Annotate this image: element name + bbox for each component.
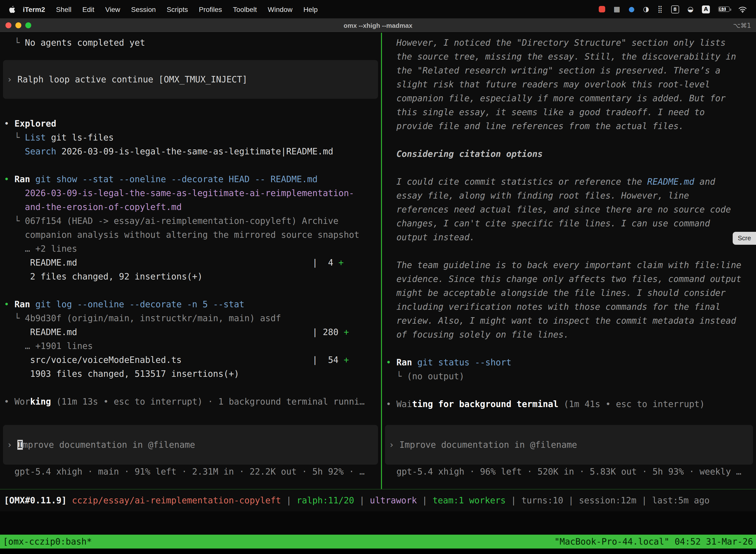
right-model-status: gpt-5.4 xhigh · 96% left · 520K in · 5.8… [382, 465, 756, 479]
text-segment: List [25, 132, 46, 143]
terminal-line: … +1901 lines [0, 339, 381, 353]
left-model-status: gpt-5.4 xhigh · main · 91% left · 2.31M … [0, 465, 381, 479]
terminal-line: companion analysis without altering the … [0, 228, 381, 242]
terminal-line [0, 283, 381, 297]
text-segment: src/voice/voiceModeEnabled.ts | 54 [4, 355, 344, 365]
menu-bar: iTerm2 Shell Edit View Session Scripts P… [0, 0, 756, 18]
text-segment: git status --short [417, 357, 511, 367]
text-segment: └ [386, 371, 407, 381]
terminal-line: 1903 files changed, 513517 insertions(+) [0, 367, 381, 381]
prompt-input-left[interactable]: › Improve documentation in @filename [3, 425, 378, 465]
text-segment: 2026-03-09-is-legal-the-same-as-legitima… [56, 147, 333, 156]
menu-item-view[interactable]: View [100, 5, 126, 13]
terminal-line: └ 067f154 (HEAD -> essay/ai-reimplementa… [0, 214, 381, 228]
text-segment: git log --oneline --decorate -n 5 --stat [35, 299, 244, 309]
droplet-icon[interactable]: ● [629, 5, 634, 13]
terminal-line [0, 381, 381, 395]
text-segment: Ran [396, 357, 412, 367]
text-segment: Wor [14, 397, 30, 406]
zoom-button[interactable] [25, 22, 31, 28]
menu-item-profiles[interactable]: Profiles [193, 5, 228, 13]
terminal-line: essay file, along with finding root file… [382, 189, 756, 203]
terminal-line: Considering citation options [382, 147, 756, 161]
right-pane[interactable]: However, I noticed the "Directory Struct… [382, 33, 756, 489]
screen-edge-tooltip[interactable]: Scre [733, 232, 756, 245]
keycap-8-icon[interactable]: 8 [671, 5, 679, 13]
wifi-icon[interactable] [738, 6, 747, 13]
close-button[interactable] [5, 22, 11, 28]
text-segment: › [389, 440, 399, 450]
text-segment: README.md [647, 177, 694, 187]
text-segment: last:5m ago [652, 495, 710, 505]
input-source-icon[interactable]: A [702, 5, 710, 13]
text-segment: | [563, 495, 579, 505]
text-segment: git ls-files [46, 132, 114, 143]
text-segment: session:12m [579, 495, 636, 505]
terminal-line: slight risk that future readers may over… [382, 77, 756, 91]
text-segment: Explored [14, 119, 56, 128]
menu-item-window[interactable]: Window [262, 5, 298, 13]
spacer [0, 408, 381, 425]
text-segment: + [338, 258, 344, 268]
terminal-line [382, 133, 756, 147]
terminal-line: including verification notes with those … [382, 300, 756, 314]
terminal-line: and-the-erosion-of-copyleft.md [0, 200, 381, 214]
spacer [0, 50, 381, 60]
text-segment: + [344, 355, 349, 365]
text-segment: this single essay, it seems like a good … [386, 107, 705, 117]
disc-icon[interactable]: ◑ [643, 5, 649, 13]
text-segment: and [694, 177, 715, 187]
apple-menu-icon[interactable] [7, 5, 17, 13]
right-body-lines: However, I noticed the "Directory Struct… [382, 36, 756, 411]
left-body-lines: • Explored └ List git ls-files Search 20… [0, 117, 381, 408]
terminal-line: the source tree, missing the essay. Stil… [382, 50, 756, 63]
battery-icon[interactable]: 61 [718, 6, 730, 12]
text-segment: and-the-erosion-of-copyleft.md [25, 202, 182, 212]
gauge-icon[interactable]: ◒ [688, 5, 693, 13]
menu-item-scripts[interactable]: Scripts [161, 5, 193, 13]
apple-logo-icon [9, 5, 15, 13]
menu-item-toolbelt[interactable]: Toolbelt [228, 5, 262, 13]
terminal-line: README.md | 4 + [0, 256, 381, 270]
text-segment: companion file, especially if more comme… [386, 93, 726, 103]
terminal-line: 2 files changed, 92 insertions(+) [0, 270, 381, 283]
terminal-line: └ List git ls-files [0, 130, 381, 145]
text-segment: • [386, 357, 396, 367]
text-segment: (11m 13s • esc to interrupt) · 1 backgro… [51, 397, 365, 406]
menu-bar-status-icons: ▦ ● ◑ ⣿ 8 ◒ A 61 [599, 5, 749, 13]
terminal-line: The team guideline is to back every impo… [382, 258, 756, 272]
terminal-line: of focusing solely on file lines. [382, 328, 756, 341]
terminal-line [0, 158, 381, 172]
ralph-notice-line: › Ralph loop active continue [OMX_TMUX_I… [3, 72, 247, 87]
text-segment [4, 147, 25, 156]
terminal-line: 2026-03-09-is-legal-the-same-as-legitima… [0, 186, 381, 200]
prompt-input-right[interactable]: › Improve documentation in @filename [385, 425, 753, 465]
dots-grid-icon[interactable]: ⣿ [657, 5, 663, 13]
screen-recording-stop-icon[interactable] [599, 6, 605, 12]
terminal-line: Search 2026-03-09-is-legal-the-same-as-l… [0, 145, 381, 158]
text-segment: • [4, 119, 14, 128]
text-segment [412, 357, 417, 367]
grid-icon[interactable]: ▦ [614, 5, 620, 13]
window-title-bar[interactable]: omx --xhigh --madmax ⌥⌘1 [0, 18, 756, 33]
menu-item-shell[interactable]: Shell [51, 5, 77, 13]
terminal-line: … +2 lines [0, 242, 381, 256]
text-segment: output instead. [386, 232, 475, 242]
left-pane[interactable]: └ No agents completed yet › Ralph loop a… [0, 33, 381, 489]
text-segment: provide file and line references from th… [386, 121, 684, 131]
text-segment: the source tree, missing the essay. Stil… [386, 52, 736, 62]
text-segment: No agents completed yet [25, 38, 145, 48]
menu-item-session[interactable]: Session [126, 5, 161, 13]
text-segment: team:1 workers [433, 495, 506, 505]
minimize-button[interactable] [15, 22, 21, 28]
menu-app-name[interactable]: iTerm2 [17, 5, 51, 13]
text-segment: gpt-5.4 xhigh · main · 91% left · 2.31M … [4, 466, 365, 477]
terminal-line: • Waiting for background terminal (1m 41… [382, 397, 756, 411]
text-segment [30, 174, 35, 184]
terminal-area: └ No agents completed yet › Ralph loop a… [0, 33, 756, 489]
text-segment: The team guideline is to back every impo… [386, 260, 741, 270]
terminal-line: src/voice/voiceModeEnabled.ts | 54 + [0, 353, 381, 367]
menu-item-help[interactable]: Help [298, 5, 323, 13]
menu-item-edit[interactable]: Edit [77, 5, 100, 13]
text-segment: However, I noticed the "Directory Struct… [386, 38, 726, 48]
